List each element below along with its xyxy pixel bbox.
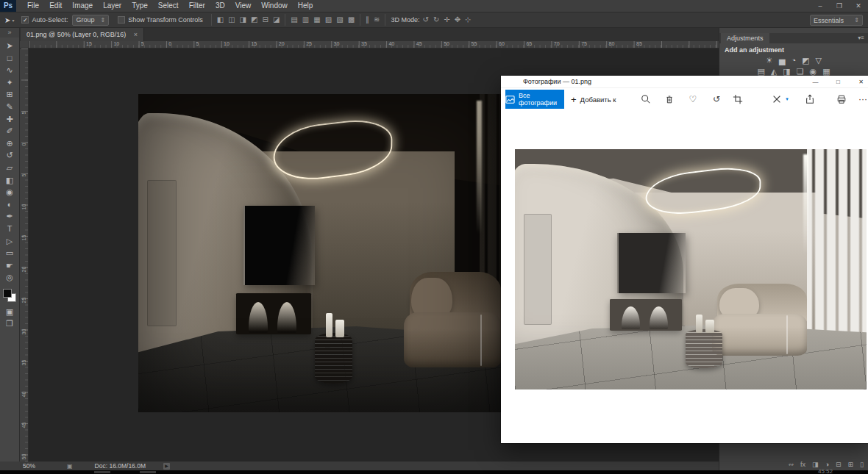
add-to-button[interactable]: + Добавить к (571, 88, 616, 110)
foreground-color-swatch[interactable] (3, 289, 12, 298)
3d-rotate-icon[interactable]: ↺ (423, 15, 429, 25)
print-icon[interactable] (834, 88, 849, 110)
tab-adjustments[interactable]: Adjustments (721, 33, 769, 43)
path-selection-tool[interactable]: ▷ (0, 235, 19, 248)
3d-slide-icon[interactable]: ✥ (455, 15, 460, 25)
align-bottom-edges-icon[interactable]: ◪ (273, 15, 280, 25)
brightness-contrast-icon[interactable]: ☀ (766, 55, 773, 66)
show-transform-controls-checkbox[interactable] (118, 16, 125, 24)
minimize-button[interactable]: – (811, 0, 830, 12)
status-menu-arrow-icon[interactable]: ▶ (163, 463, 170, 470)
brush-tool[interactable]: ✐ (0, 125, 19, 137)
photos-maximize-button[interactable]: □ (827, 76, 850, 88)
screen-mode-icon[interactable]: ❐ (0, 317, 19, 330)
move-tool[interactable]: ➤ (0, 40, 19, 52)
levels-icon[interactable]: ▅ (779, 55, 785, 66)
edit-caret-icon[interactable]: ▾ (780, 88, 794, 110)
distribute-vertical-centers-icon[interactable]: ▥ (302, 15, 309, 25)
distribute-spacing-icon[interactable]: ∥ (366, 15, 369, 25)
layer-group-icon[interactable]: ⊟ (836, 461, 842, 468)
photos-close-button[interactable]: ✕ (850, 76, 868, 88)
3d-drag-icon[interactable]: ✛ (444, 15, 449, 25)
menu-item-8[interactable]: View (230, 0, 257, 12)
link-layers-icon[interactable]: ∾ (788, 461, 794, 468)
auto-select-checkbox[interactable]: ✓ (21, 16, 29, 24)
menu-item-0[interactable]: File (22, 0, 44, 12)
workspace-dropdown[interactable]: Essentials ⇕ (810, 15, 863, 26)
document-tab[interactable]: 01.png @ 50% (Layer 0, RGB/16) × (21, 28, 144, 41)
menu-item-7[interactable]: 3D (210, 0, 230, 12)
favorite-icon[interactable]: ♡ (686, 88, 700, 110)
menu-item-2[interactable]: Image (67, 0, 98, 12)
restore-button[interactable]: ❐ (830, 0, 849, 12)
eraser-tool[interactable]: ▱ (0, 162, 19, 174)
exposure-icon[interactable]: ◩ (802, 55, 809, 66)
layer-effects-icon[interactable]: fx (800, 461, 805, 468)
blur-tool[interactable]: ◉ (0, 186, 19, 198)
photos-titlebar[interactable]: Фотографии — 01.png — □ ✕ (501, 76, 868, 88)
adjustment-layer-icon[interactable]: ◑ (825, 461, 829, 468)
delete-layer-icon[interactable]: ▯ (860, 461, 864, 468)
align-vertical-centers-icon[interactable]: ⊟ (263, 15, 268, 25)
healing-brush-tool[interactable]: ✚ (0, 113, 19, 126)
type-tool[interactable]: T (0, 223, 19, 235)
distribute-top-edges-icon[interactable]: ▤ (291, 15, 297, 25)
tool-preset-caret-icon[interactable]: ▾ (12, 18, 14, 23)
auto-select-target-dropdown[interactable]: Group ⇕ (72, 15, 109, 26)
auto-align-layers-icon[interactable]: ≋ (374, 15, 380, 25)
hand-tool[interactable]: ☛ (0, 259, 19, 272)
distribute-horizontal-centers-icon[interactable]: ▨ (336, 15, 343, 25)
share-icon[interactable] (803, 88, 817, 110)
color-swatches[interactable] (0, 287, 20, 306)
rotate-icon[interactable]: ↺ (709, 88, 724, 110)
photos-minimize-button[interactable]: — (804, 76, 827, 88)
menu-item-3[interactable]: Layer (98, 0, 127, 12)
delete-icon[interactable] (662, 88, 677, 110)
3d-scale-icon[interactable]: ⊹ (465, 15, 471, 25)
crop-tool[interactable]: ⊞ (0, 88, 19, 101)
align-left-edges-icon[interactable]: ◧ (217, 15, 224, 25)
taskbar-artifact (140, 471, 156, 473)
eyedropper-tool[interactable]: ✎ (0, 101, 19, 113)
lasso-tool[interactable]: ∿ (0, 64, 19, 76)
align-top-edges-icon[interactable]: ◩ (251, 15, 257, 25)
distribute-left-edges-icon[interactable]: ▧ (325, 15, 332, 25)
quick-selection-tool[interactable]: ✦ (0, 76, 19, 89)
tab-close-icon[interactable]: × (134, 31, 138, 38)
distribute-right-edges-icon[interactable]: ▩ (348, 15, 355, 25)
history-brush-tool[interactable]: ↺ (0, 149, 19, 162)
crop-icon[interactable] (730, 88, 745, 110)
menu-item-10[interactable]: Help (293, 0, 319, 12)
3d-roll-icon[interactable]: ↻ (433, 15, 439, 25)
curves-icon[interactable]: ◔ (791, 55, 796, 66)
pen-tool[interactable]: ✒ (0, 210, 19, 223)
quick-mask-icon[interactable]: ▣ (0, 306, 19, 318)
new-layer-icon[interactable]: ⊞ (848, 461, 854, 468)
zoom-tool[interactable]: ◎ (0, 271, 19, 284)
close-button[interactable]: ✕ (849, 0, 868, 12)
menu-item-5[interactable]: Select (153, 0, 184, 12)
clone-stamp-tool[interactable]: ⊕ (0, 137, 19, 150)
rectangle-tool[interactable]: ▭ (0, 247, 19, 259)
menu-item-9[interactable]: Window (256, 0, 293, 12)
align-horizontal-centers-icon[interactable]: ◫ (228, 15, 235, 25)
document-image[interactable] (138, 94, 502, 412)
gradient-tool[interactable]: ◧ (0, 174, 19, 187)
more-icon[interactable]: ··· (855, 88, 868, 110)
distribute-bottom-edges-icon[interactable]: ▦ (313, 15, 320, 25)
all-photos-button[interactable]: Все фотографии (505, 90, 564, 109)
panel-menu-icon[interactable]: ▾≡ (858, 33, 864, 43)
toolbar-collapse-icon[interactable]: » (0, 28, 19, 37)
align-right-edges-icon[interactable]: ◨ (240, 15, 246, 25)
menu-item-6[interactable]: Filter (184, 0, 210, 12)
menu-item-1[interactable]: Edit (44, 0, 67, 12)
zoom-icon[interactable] (638, 88, 653, 110)
menu-item-4[interactable]: Type (127, 0, 153, 12)
zoom-level-field[interactable]: 50% (23, 462, 48, 470)
layer-mask-icon[interactable]: ◨ (812, 461, 819, 468)
rectangular-marquee-tool[interactable]: □ (0, 52, 19, 65)
status-badge-icon[interactable]: ▣ (67, 463, 73, 470)
move-tool-options-icon[interactable]: ➤ (4, 16, 10, 24)
dodge-tool[interactable]: ◐ (0, 198, 19, 211)
vibrance-icon[interactable]: ▽ (815, 55, 821, 66)
